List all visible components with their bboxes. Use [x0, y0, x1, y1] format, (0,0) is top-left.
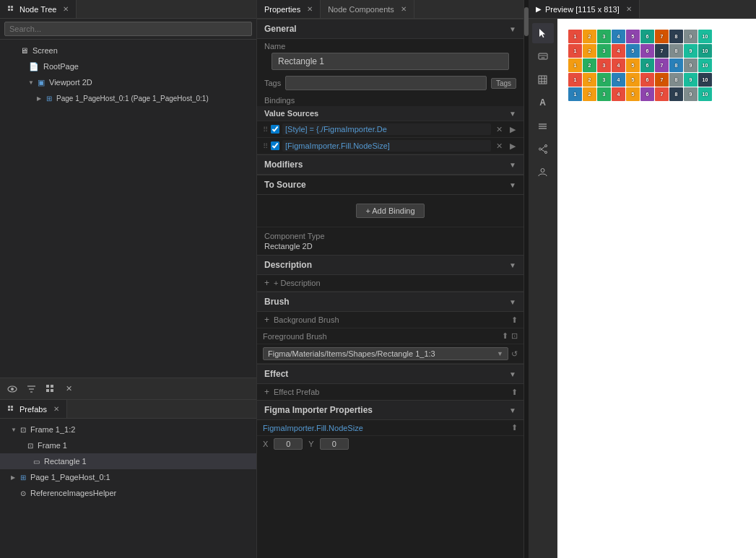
effect-upload-btn[interactable]: ⬆: [511, 388, 518, 397]
font-tool-btn[interactable]: A: [532, 92, 554, 113]
add-binding-button[interactable]: + Add Binding: [356, 204, 424, 218]
description-add-btn[interactable]: +: [263, 278, 271, 288]
color-cell-4-4: 5: [626, 87, 640, 101]
description-section-header[interactable]: Description ▼: [257, 255, 523, 275]
fg-brush-dropdown[interactable]: Figma/Materials/Items/Shapes/Rectangle 1…: [263, 347, 508, 360]
svg-line-37: [541, 149, 544, 152]
tree-item-screen[interactable]: 🖥 Screen: [0, 43, 256, 58]
node-tree-tab-close[interactable]: ✕: [63, 5, 69, 13]
eye-button[interactable]: [4, 381, 20, 397]
prefabs-item-frame1_1_2[interactable]: ▼ ⊡ Frame 1_1:2: [0, 422, 256, 437]
search-input[interactable]: [4, 22, 252, 36]
fg-brush-label: Foreground Brush: [263, 332, 499, 341]
name-row: Name: [257, 39, 523, 73]
binding-delete-1[interactable]: ✕: [494, 124, 505, 135]
svg-rect-16: [11, 409, 13, 411]
tags-button[interactable]: Tags: [491, 78, 516, 89]
binding-text-1: [Style] = {./FigmaImporter.De: [282, 123, 491, 135]
users-tool-btn[interactable]: [532, 162, 554, 182]
prefabs-icon: [7, 405, 16, 414]
description-add-label: + Description: [274, 279, 518, 287]
node-tree-icon: [7, 5, 16, 14]
binding-arrow-2[interactable]: ▶: [508, 141, 518, 152]
color-cell-4-9: 10: [698, 87, 712, 101]
tree-item-rootpage[interactable]: 📄 RootPage: [0, 58, 256, 74]
tree-arrow-viewport2d: ▼: [28, 79, 35, 86]
tab-node-tree[interactable]: Node Tree ✕: [0, 0, 77, 18]
prefabs-item-rectangle1[interactable]: ▭ Rectangle 1: [0, 453, 256, 469]
svg-rect-0: [8, 6, 10, 8]
svg-point-35: [544, 151, 547, 153]
tree-item-viewport2d[interactable]: ▼ ▣ Viewport 2D: [0, 74, 256, 90]
name-input[interactable]: [271, 53, 509, 70]
table-tool-btn[interactable]: [532, 69, 554, 90]
prefabs-item-page1pagehost[interactable]: ▶ ⊞ Page 1_PageHost_0:1: [0, 469, 256, 485]
grid-view-button[interactable]: [42, 381, 58, 397]
tab-prefabs[interactable]: Prefabs ✕: [0, 400, 67, 418]
tags-input-area[interactable]: [285, 76, 487, 90]
value-sources-header[interactable]: Value Sources ▼: [257, 106, 523, 121]
binding-delete-2[interactable]: ✕: [494, 141, 505, 152]
fg-brush-reset-btn[interactable]: ↺: [511, 349, 518, 359]
fg-brush-dropdown-arrow: ▼: [497, 350, 503, 357]
svg-rect-13: [8, 406, 10, 408]
node-components-tab-close[interactable]: ✕: [401, 5, 407, 13]
preview-tab-label: Preview [1115 x 813]: [545, 5, 620, 14]
color-cell-0-7: 8: [669, 30, 683, 43]
color-cell-3-1: 2: [583, 73, 596, 87]
fg-brush-upload-btn[interactable]: ⬆: [502, 331, 508, 341]
to-source-section-header[interactable]: To Source ▼: [257, 175, 523, 195]
prefabs-tree: ▼ ⊡ Frame 1_1:2 ⊡ Frame 1 ▭ Rectangle 1: [0, 419, 256, 558]
color-cell-3-8: 9: [684, 73, 698, 87]
tab-preview[interactable]: ▶ Preview [1115 x 813] ✕: [529, 0, 640, 18]
bindings-label: Bindings: [257, 93, 523, 106]
tab-properties[interactable]: Properties ✕: [257, 0, 321, 18]
svg-marker-17: [539, 29, 545, 38]
figma-importer-section-header[interactable]: Figma Importer Properties ▼: [257, 400, 523, 420]
prefabs-label-rectangle1: Rectangle 1: [44, 457, 87, 466]
color-cell-3-9: 10: [698, 73, 712, 87]
background-brush-row: + Background Brush ⬆: [257, 312, 523, 328]
value-sources-chevron: ▼: [509, 110, 516, 118]
color-cell-2-1: 2: [583, 58, 596, 72]
properties-tab-close[interactable]: ✕: [307, 5, 313, 13]
tab-node-components[interactable]: Node Components ✕: [321, 0, 414, 18]
share-tool-btn[interactable]: [532, 139, 554, 159]
prefabs-item-frame1[interactable]: ⊡ Frame 1: [0, 437, 256, 453]
bg-brush-upload-btn[interactable]: ⬆: [511, 315, 518, 325]
modifiers-section-header[interactable]: Modifiers ▼: [257, 154, 523, 175]
close-button[interactable]: ✕: [61, 381, 77, 397]
cursor-tool-btn[interactable]: [532, 23, 554, 43]
preview-tab-close[interactable]: ✕: [626, 5, 632, 13]
color-cell-2-8: 9: [684, 58, 698, 72]
name-field-label: Name: [264, 42, 516, 51]
figma-prop-upload-btn[interactable]: ⬆: [511, 423, 518, 432]
effect-add-btn[interactable]: +: [263, 387, 271, 397]
svg-rect-14: [11, 406, 13, 408]
general-section-header[interactable]: General ▼: [257, 19, 523, 39]
x-input[interactable]: [274, 438, 303, 450]
tree-item-pagehost[interactable]: ▶ ⊞ Page 1_PageHost_0:1 (Page 1_PageHost…: [0, 90, 256, 106]
keyboard-tool-btn[interactable]: [532, 46, 554, 66]
color-cell-3-7: 8: [669, 73, 683, 87]
binding-arrow-1[interactable]: ▶: [508, 124, 518, 135]
effect-section-header[interactable]: Effect ▼: [257, 364, 523, 384]
rect-icon: ▭: [33, 458, 40, 466]
svg-rect-25: [539, 76, 547, 84]
foreground-brush-label-row: Foreground Brush ⬆ ⊡: [257, 328, 523, 344]
brush-section-header[interactable]: Brush ▼: [257, 292, 523, 312]
prefabs-item-referenceimages[interactable]: ⊙ ReferenceImagesHelper: [0, 485, 256, 501]
color-cell-1-5: 6: [640, 44, 654, 58]
y-input[interactable]: [320, 438, 349, 450]
bg-brush-add-btn[interactable]: +: [263, 315, 271, 325]
page-icon: 📄: [29, 62, 39, 71]
binding-checkbox-1[interactable]: [271, 125, 279, 134]
color-cell-1-0: 1: [568, 44, 582, 58]
binding-checkbox-2[interactable]: [271, 141, 279, 150]
filter-icon: [27, 385, 36, 393]
fg-brush-copy-btn[interactable]: ⊡: [511, 331, 518, 341]
layers-tool-btn[interactable]: [532, 115, 554, 136]
tree-label-screen: Screen: [32, 46, 58, 55]
prefabs-tab-close[interactable]: ✕: [53, 405, 59, 413]
filter-button[interactable]: [23, 381, 39, 397]
